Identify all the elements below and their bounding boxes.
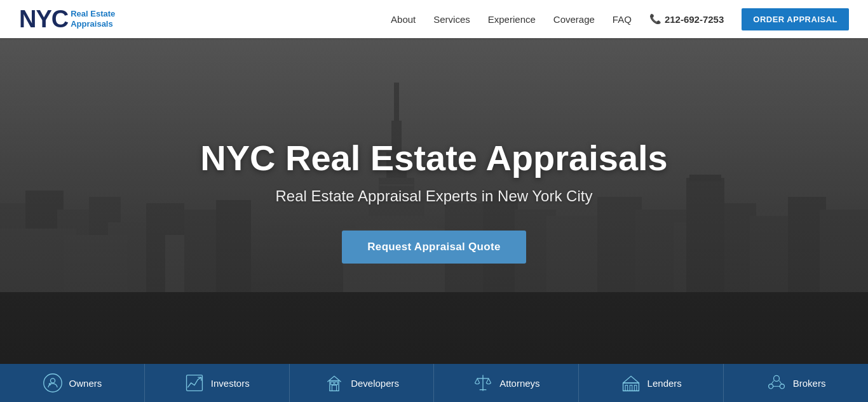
phone-icon: 📞 [649,13,661,25]
svg-line-57 [771,380,774,384]
category-attorneys[interactable]: Attorneys [434,364,579,402]
lenders-icon [621,373,641,393]
svg-text:$: $ [48,382,50,386]
attorneys-label: Attorneys [499,378,539,389]
hero-subtitle: Real Estate Appraisal Experts in New Yor… [200,187,668,205]
category-lenders[interactable]: Lenders [579,364,724,402]
logo-nyc: NYC [19,7,68,31]
svg-point-54 [773,375,779,381]
nav-experience[interactable]: Experience [488,14,536,25]
svg-point-56 [780,384,784,389]
logo-text: Real Estate Appraisals [71,9,115,29]
developers-label: Developers [351,378,399,389]
hero-section: NYC Real Estate Appraisals Real Estate A… [0,38,868,364]
header: NYC Real Estate Appraisals About Service… [0,0,868,38]
investors-icon [184,373,205,393]
owners-icon: $ [43,373,63,393]
svg-rect-42 [332,385,337,391]
category-developers[interactable]: Developers [290,364,435,402]
category-brokers[interactable]: Brokers [724,364,868,402]
nav-faq[interactable]: FAQ [613,14,632,25]
nav-about[interactable]: About [391,14,416,25]
svg-rect-51 [630,385,632,391]
main-nav: About Services Experience Coverage FAQ 📞… [391,8,849,30]
svg-rect-44 [335,382,337,384]
category-investors[interactable]: Investors [145,364,290,402]
logo[interactable]: NYC Real Estate Appraisals [19,7,115,31]
svg-point-55 [768,384,773,389]
nav-coverage[interactable]: Coverage [553,14,595,25]
svg-point-37 [50,379,55,383]
order-appraisal-button[interactable]: ORDER APPRAISAL [742,8,849,30]
brokers-label: Brokers [793,378,826,389]
phone-number: 📞 212-692-7253 [649,13,724,25]
attorneys-icon [473,373,493,393]
categories-bar: $ Owners Investors Developers [0,364,868,402]
hero-title: NYC Real Estate Appraisals [200,138,668,178]
owners-label: Owners [69,378,102,389]
hero-cta-button[interactable]: Request Appraisal Quote [342,231,526,264]
svg-rect-52 [634,385,637,391]
brokers-icon [766,373,787,393]
nav-services[interactable]: Services [433,14,470,25]
developers-icon [324,373,344,393]
svg-rect-50 [625,385,628,391]
lenders-label: Lenders [648,378,682,389]
svg-line-58 [779,380,782,384]
investors-label: Investors [211,378,250,389]
hero-content: NYC Real Estate Appraisals Real Estate A… [187,126,681,277]
svg-rect-43 [331,382,334,384]
category-owners[interactable]: $ Owners [0,364,145,402]
